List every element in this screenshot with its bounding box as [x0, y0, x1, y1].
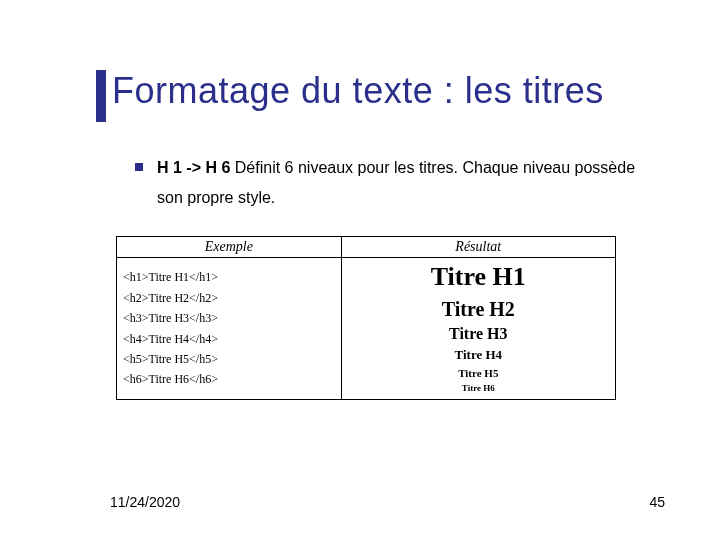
code-line: <h2>Titre H2</h2> [123, 288, 335, 308]
footer-page-number: 45 [649, 494, 665, 510]
slide-title: Formatage du texte : les titres [112, 70, 604, 112]
square-bullet-icon [135, 163, 143, 171]
col-header-result: Résultat [341, 237, 615, 258]
title-accent-bar [96, 70, 106, 122]
footer-date: 11/24/2020 [110, 494, 180, 510]
result-h1: Titre H1 [348, 262, 609, 292]
table-header-row: Exemple Résultat [117, 237, 616, 258]
code-line: <h4>Titre H4</h4> [123, 329, 335, 349]
bullet-item: H 1 -> H 6 Définit 6 niveaux pour les ti… [135, 153, 660, 214]
code-line: <h3>Titre H3</h3> [123, 308, 335, 328]
result-h2: Titre H2 [348, 298, 609, 321]
result-h3: Titre H3 [348, 325, 609, 343]
result-h4: Titre H4 [348, 347, 609, 363]
example-code-cell: <h1>Titre H1</h1> <h2>Titre H2</h2> <h3>… [117, 258, 342, 400]
code-line: <h5>Titre H5</h5> [123, 349, 335, 369]
example-table: Exemple Résultat <h1>Titre H1</h1> <h2>T… [116, 236, 616, 400]
col-header-example: Exemple [117, 237, 342, 258]
bullet-list: H 1 -> H 6 Définit 6 niveaux pour les ti… [135, 153, 660, 214]
code-line: <h6>Titre H6</h6> [123, 369, 335, 389]
result-h6: Titre H6 [348, 383, 609, 393]
bullet-strong: H 1 -> H 6 [157, 159, 230, 176]
slide: Formatage du texte : les titres H 1 -> H… [0, 0, 720, 540]
table-row: <h1>Titre H1</h1> <h2>Titre H2</h2> <h3>… [117, 258, 616, 400]
code-line: <h1>Titre H1</h1> [123, 267, 335, 287]
result-cell: Titre H1 Titre H2 Titre H3 Titre H4 Titr… [341, 258, 615, 400]
bullet-text: H 1 -> H 6 Définit 6 niveaux pour les ti… [157, 153, 660, 214]
result-h5: Titre H5 [348, 367, 609, 379]
